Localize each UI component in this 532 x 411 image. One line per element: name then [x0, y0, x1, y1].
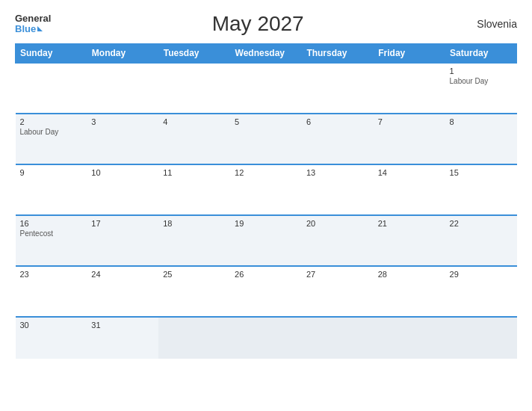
day-number: 25: [163, 270, 226, 279]
calendar-cell: 11: [158, 164, 230, 215]
calendar-cell: 15: [445, 164, 517, 215]
logo-blue-text: Blue: [15, 24, 51, 34]
calendar-cell: 17: [87, 215, 158, 266]
day-number: 22: [450, 219, 513, 228]
calendar-cell: 2Labour Day: [16, 114, 87, 164]
calendar-cell: 24: [87, 266, 158, 317]
holiday-label: Labour Day: [450, 77, 513, 85]
day-number: 16: [20, 219, 83, 228]
calendar-cell: 26: [230, 266, 302, 317]
calendar-cell: 5: [230, 114, 302, 164]
calendar-cell: 18: [158, 215, 230, 266]
day-number: 27: [306, 270, 369, 279]
day-number: 1: [450, 67, 513, 75]
header-sunday: Sunday: [16, 44, 87, 64]
day-number: 31: [91, 321, 154, 330]
calendar-cell: [374, 63, 445, 114]
calendar-cell: 12: [230, 164, 302, 215]
day-number: 15: [450, 168, 513, 177]
country-label: Slovenia: [465, 18, 517, 30]
day-number: 13: [306, 168, 369, 177]
day-number: 20: [306, 219, 369, 228]
calendar-cell: 13: [302, 164, 374, 215]
day-number: 19: [235, 219, 297, 228]
day-number: 23: [20, 270, 83, 279]
day-number: 28: [378, 270, 441, 279]
calendar-week-row: 23242526272829: [16, 266, 517, 317]
calendar-cell: [230, 63, 302, 114]
day-number: 9: [20, 168, 83, 177]
calendar-page: General Blue May 2027 Slovenia Sunday Mo…: [0, 0, 532, 411]
calendar-cell: 27: [302, 266, 374, 317]
calendar-cell: [445, 317, 517, 359]
calendar-cell: 6: [302, 114, 374, 164]
day-number: 17: [91, 219, 154, 228]
header-tuesday: Tuesday: [158, 44, 230, 64]
calendar-week-row: 2Labour Day345678: [16, 114, 517, 164]
calendar-cell: 10: [87, 164, 158, 215]
day-number: 29: [450, 270, 513, 279]
calendar-cell: 20: [302, 215, 374, 266]
day-number: 7: [378, 117, 441, 126]
calendar-week-row: 9101112131415: [16, 164, 517, 215]
header-monday: Monday: [87, 44, 158, 64]
calendar-cell: [230, 317, 302, 359]
calendar-cell: [158, 317, 230, 359]
calendar-cell: 30: [16, 317, 87, 359]
calendar-cell: 29: [445, 266, 517, 317]
calendar-cell: [302, 63, 374, 114]
day-number: 4: [163, 117, 226, 126]
header-saturday: Saturday: [445, 44, 517, 64]
header-friday: Friday: [374, 44, 445, 64]
calendar-cell: 31: [87, 317, 158, 359]
day-number: 30: [20, 321, 83, 330]
day-number: 5: [235, 117, 297, 126]
calendar-cell: 1Labour Day: [445, 63, 517, 114]
calendar-cell: 7: [374, 114, 445, 164]
holiday-label: Pentecost: [20, 229, 83, 238]
header: General Blue May 2027 Slovenia: [15, 12, 517, 36]
calendar-header-row: Sunday Monday Tuesday Wednesday Thursday…: [16, 44, 517, 64]
calendar-cell: [87, 63, 158, 114]
calendar-cell: [16, 63, 87, 114]
calendar-cell: [374, 317, 445, 359]
day-number: 10: [91, 168, 154, 177]
calendar-cell: 25: [158, 266, 230, 317]
day-number: 26: [235, 270, 297, 279]
day-number: 24: [91, 270, 154, 279]
logo-general-text: General: [15, 13, 51, 24]
header-wednesday: Wednesday: [230, 44, 302, 64]
holiday-label: Labour Day: [20, 128, 83, 136]
day-number: 6: [306, 117, 369, 126]
calendar-cell: 19: [230, 215, 302, 266]
calendar-cell: 16Pentecost: [16, 215, 87, 266]
calendar-week-row: 16Pentecost171819202122: [16, 215, 517, 266]
day-number: 8: [450, 117, 513, 126]
calendar-cell: 14: [374, 164, 445, 215]
logo-triangle-icon: [37, 26, 43, 31]
header-thursday: Thursday: [302, 44, 374, 64]
calendar-cell: 23: [16, 266, 87, 317]
calendar-title: May 2027: [51, 12, 465, 36]
logo: General Blue: [15, 13, 51, 35]
day-number: 21: [378, 219, 441, 228]
day-number: 11: [163, 168, 226, 177]
calendar-cell: 8: [445, 114, 517, 164]
day-number: 2: [20, 117, 83, 126]
day-number: 12: [235, 168, 297, 177]
calendar-cell: 22: [445, 215, 517, 266]
calendar-cell: 28: [374, 266, 445, 317]
calendar-cell: 9: [16, 164, 87, 215]
day-number: 18: [163, 219, 226, 228]
calendar-week-row: 1Labour Day: [16, 63, 517, 114]
calendar-table: Sunday Monday Tuesday Wednesday Thursday…: [15, 43, 517, 359]
calendar-cell: 4: [158, 114, 230, 164]
calendar-week-row: 3031: [16, 317, 517, 359]
day-number: 14: [378, 168, 441, 177]
calendar-cell: [302, 317, 374, 359]
calendar-cell: [158, 63, 230, 114]
day-number: 3: [91, 117, 154, 126]
calendar-cell: 21: [374, 215, 445, 266]
calendar-cell: 3: [87, 114, 158, 164]
